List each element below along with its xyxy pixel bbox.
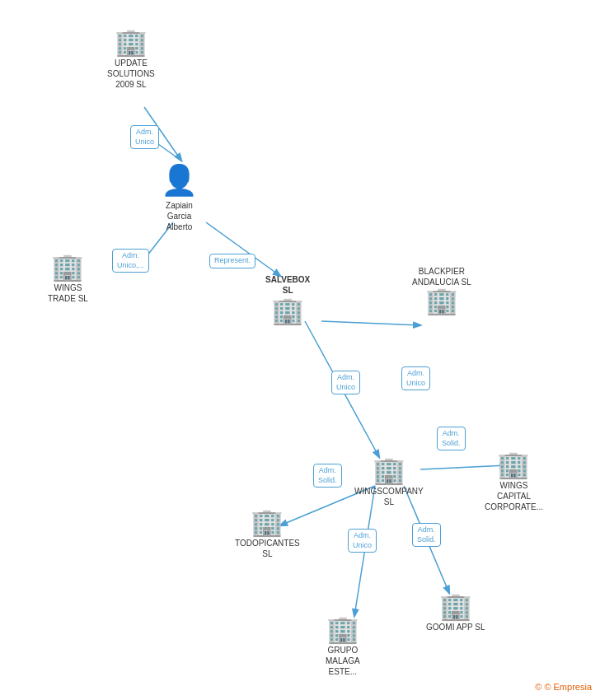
wings-capital-icon: 🏢 bbox=[497, 451, 530, 478]
connector-lines bbox=[0, 0, 600, 700]
adm-solid-wings-capital-badge[interactable]: Adm.Solid. bbox=[437, 427, 466, 450]
building-icon: 🏢 bbox=[115, 29, 148, 55]
todopicantes-node: 🏢 TODOPICANTESSL bbox=[235, 509, 300, 559]
represent-badge[interactable]: Represent. bbox=[209, 254, 255, 268]
salvebox-node: SALVEBOXSL 🏢 bbox=[265, 272, 310, 324]
wingscompany-icon: 🏢 bbox=[373, 457, 405, 483]
wingscompany-node: 🏢 WINGSCOMPANYSL bbox=[354, 457, 424, 507]
update-solutions-node: 🏢 UPDATE SOLUTIONS 2009 SL bbox=[107, 29, 155, 90]
grupo-malaga-label: GRUPOMALAGAESTE... bbox=[326, 645, 360, 677]
person-label: ZapiainGarciaAlberto bbox=[166, 200, 193, 232]
wings-trade-label: WINGSTRADE SL bbox=[48, 282, 88, 304]
svg-line-4 bbox=[321, 321, 420, 325]
blackpier-node: BLACKPIERANDALUCIA SL 🏢 bbox=[412, 264, 471, 314]
adm-unico-salvebox-left-badge[interactable]: Adm.Unico bbox=[331, 371, 360, 394]
watermark-text: © Empresia bbox=[544, 682, 592, 692]
grupo-malaga-node: 🏢 GRUPOMALAGAESTE... bbox=[326, 616, 360, 677]
watermark: © © Empresia bbox=[535, 682, 592, 692]
salvebox-icon: 🏢 bbox=[271, 297, 304, 324]
adm-unico-todopicantes-badge[interactable]: Adm.Unico bbox=[348, 529, 377, 553]
wings-capital-node: 🏢 WINGSCAPITALCORPORATE... bbox=[485, 451, 543, 512]
blackpier-label: BLACKPIERANDALUCIA SL bbox=[412, 266, 471, 287]
person-icon: 👤 bbox=[161, 163, 198, 198]
adm-unico-blackpier-badge[interactable]: Adm.Unico bbox=[401, 366, 430, 390]
person-node: 👤 ZapiainGarciaAlberto bbox=[161, 163, 198, 232]
wings-trade-node: 🏢 WINGSTRADE SL bbox=[48, 254, 88, 304]
wingscompany-label: WINGSCOMPANYSL bbox=[354, 486, 424, 507]
goomi-label: GOOMI APP SL bbox=[426, 622, 485, 632]
grupo-malaga-icon: 🏢 bbox=[326, 616, 359, 642]
goomi-icon: 🏢 bbox=[439, 593, 472, 619]
building-icon: 🏢 bbox=[51, 254, 84, 280]
wings-capital-label: WINGSCAPITALCORPORATE... bbox=[485, 480, 543, 512]
goomi-node: 🏢 GOOMI APP SL bbox=[426, 593, 485, 632]
adm-unico-top-badge[interactable]: Adm.Unico bbox=[130, 125, 159, 149]
blackpier-icon: 🏢 bbox=[425, 287, 458, 314]
update-solutions-label: UPDATE SOLUTIONS 2009 SL bbox=[107, 58, 155, 90]
adm-solid-goomi-badge[interactable]: Adm.Solid. bbox=[412, 523, 441, 547]
adm-unico-wings-badge[interactable]: Adm.Unico,... bbox=[112, 249, 149, 273]
todopicantes-icon: 🏢 bbox=[251, 509, 284, 535]
diagram-canvas: 🏢 UPDATE SOLUTIONS 2009 SL 🏢 WINGSTRADE … bbox=[0, 0, 600, 700]
todopicantes-label: TODOPICANTESSL bbox=[235, 538, 300, 559]
adm-solid-wingsco-badge[interactable]: Adm.Solid. bbox=[313, 464, 342, 488]
salvebox-name-top: SALVEBOXSL bbox=[265, 274, 310, 296]
